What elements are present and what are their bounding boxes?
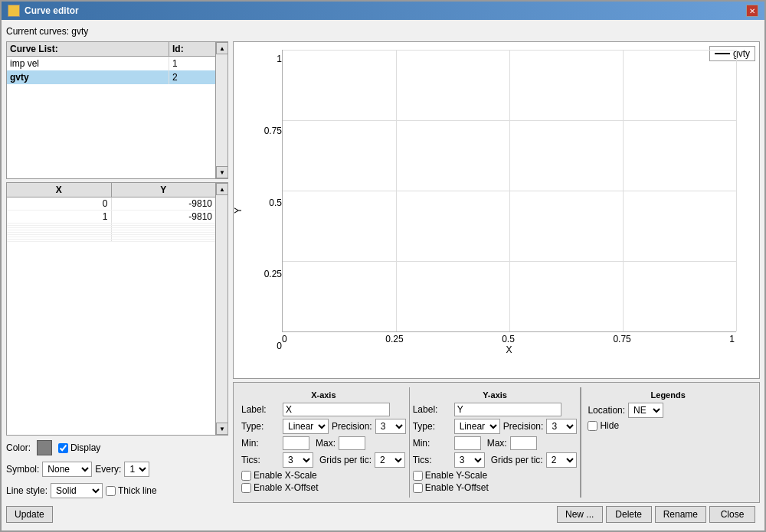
xaxis-tics-row: Tics: 2345 Grids per tic: 1234: [241, 452, 406, 468]
xaxis-tics-select[interactable]: 2345: [283, 452, 313, 468]
xaxis-section: X-axis Label: Type: LinearLog Precisio: [238, 387, 410, 498]
data-table-container: X Y 0 -9810 1 -9810: [6, 182, 228, 436]
curve-list-scroll-up[interactable]: ▲: [216, 42, 228, 54]
close-window-button[interactable]: ✕: [746, 5, 758, 17]
yaxis-enable-offset-row: Enable Y-Offset: [413, 482, 578, 493]
curve-id-gvty: 2: [169, 70, 215, 84]
xaxis-enable-scale-checkbox[interactable]: [241, 471, 251, 481]
thick-line-checkbox[interactable]: [106, 486, 116, 496]
chart-area: gvty Y 1 0.75 0.5 0.25 0: [233, 41, 760, 526]
yaxis-section: Y-axis Label: Type: LinearLog Precisio: [410, 387, 581, 498]
xaxis-grids-select[interactable]: 1234: [375, 452, 405, 468]
grid-v-100: [736, 50, 737, 331]
y-axis-labels: 1 0.75 0.5 0.25 0: [260, 50, 282, 355]
curve-row-gvty[interactable]: gvty 2: [7, 70, 215, 84]
close-button[interactable]: Close: [709, 506, 755, 523]
legends-title: Legends: [588, 390, 748, 400]
footer-buttons: New ... Delete Rename Close: [233, 503, 760, 526]
data-table-scroll-down[interactable]: ▼: [216, 423, 228, 435]
yaxis-enable-offset-checkbox[interactable]: [413, 483, 423, 493]
symbol-label: Symbol:: [6, 464, 39, 475]
yaxis-tics-select[interactable]: 2345: [454, 452, 485, 468]
data-table-scroll[interactable]: 0 -9810 1 -9810: [7, 197, 215, 435]
yaxis-precision-select[interactable]: 12345: [546, 419, 577, 434]
new-button[interactable]: New ...: [557, 506, 603, 523]
chart-body: 1 0.75 0.5 0.25 0: [234, 42, 759, 378]
bottom-panel: X-axis Label: Type: LinearLog Precisio: [233, 382, 760, 503]
curve-id-impvel: 1: [169, 57, 215, 70]
yaxis-tics-row: Tics: 2345 Grids per tic: 1234: [413, 452, 578, 468]
legends-location-label: Location:: [588, 405, 625, 416]
yaxis-enable-scale-label: Enable Y-Scale: [425, 470, 487, 481]
symbol-select[interactable]: None Circle Square: [42, 462, 92, 477]
yaxis-minmax-row: Min: Max:: [413, 436, 578, 450]
yaxis-grids-label: Grids per tic:: [491, 455, 543, 465]
delete-button[interactable]: Delete: [606, 506, 652, 523]
yaxis-min-input[interactable]: [454, 436, 481, 450]
legends-hide-row: Hide: [588, 420, 748, 431]
yaxis-label-row: Label:: [413, 403, 578, 416]
symbol-section: Symbol: None Circle Square Every: 1 2 5: [6, 460, 228, 478]
curve-row-impvel[interactable]: imp vel 1: [7, 57, 215, 70]
xaxis-type-label: Type:: [241, 421, 280, 432]
xaxis-enable-offset-row: Enable X-Offset: [241, 482, 406, 493]
axis-sections: X-axis Label: Type: LinearLog Precisio: [238, 387, 755, 498]
yaxis-grids-select[interactable]: 1234: [546, 452, 577, 468]
color-label: Color:: [6, 442, 31, 453]
yaxis-type-select[interactable]: LinearLog: [454, 419, 500, 434]
update-button[interactable]: Update: [6, 506, 53, 523]
xaxis-enable-scale-row: Enable X-Scale: [241, 470, 406, 481]
legends-location-select[interactable]: NENWSESW: [628, 403, 663, 418]
yaxis-max-input[interactable]: [510, 436, 537, 450]
xaxis-tics-label: Tics:: [241, 455, 280, 465]
xaxis-type-select[interactable]: LinearLog: [283, 419, 329, 434]
display-checkbox[interactable]: [58, 443, 68, 453]
yaxis-label-input[interactable]: [454, 403, 561, 416]
chart-plot-area: 0 0.25 0.5 0.75 1 X: [282, 50, 736, 355]
yaxis-title: Y-axis: [413, 390, 578, 400]
yaxis-enable-scale-checkbox[interactable]: [413, 471, 423, 481]
main-area: Curve List: Id: imp vel 1 gvty: [6, 41, 760, 526]
xaxis-min-input[interactable]: [283, 436, 309, 450]
data-x-1: 1: [7, 211, 112, 223]
every-select[interactable]: 1 2 5: [124, 462, 149, 477]
yaxis-max-label: Max:: [487, 438, 507, 449]
xaxis-label-input[interactable]: [283, 403, 390, 416]
xaxis-type-row: Type: LinearLog Precision: 12345: [241, 419, 406, 434]
current-curves-label: Current curves: gvty: [6, 24, 760, 38]
data-y-1: -9810: [112, 211, 216, 223]
color-section: Color: Display: [6, 439, 228, 457]
yaxis-min-label: Min:: [413, 438, 451, 449]
grid-v-50: [509, 50, 510, 331]
xaxis-precision-select[interactable]: 12345: [375, 419, 406, 434]
xaxis-minmax-row: Min: Max:: [241, 436, 406, 450]
legends-hide-checkbox[interactable]: [588, 421, 597, 431]
thick-line-label[interactable]: Thick line: [106, 485, 157, 496]
yaxis-type-row: Type: LinearLog Precision: 12345: [413, 419, 578, 434]
xaxis-enable-scale-label: Enable X-Scale: [254, 470, 317, 481]
data-table-scroll-up[interactable]: ▲: [216, 183, 228, 195]
title-bar-left: Curve editor: [8, 5, 79, 17]
legends-location-row: Location: NENWSESW: [588, 403, 748, 418]
data-col-x: X: [7, 183, 112, 197]
curve-list-scroll-down[interactable]: ▼: [216, 166, 228, 178]
yaxis-enable-offset-label: Enable Y-Offset: [425, 482, 489, 493]
xaxis-enable-offset-checkbox[interactable]: [241, 483, 251, 493]
data-table-scrollbar: ▲ ▼: [215, 183, 228, 435]
curve-list-scroll[interactable]: imp vel 1 gvty 2: [7, 57, 215, 178]
curve-list-col-name: Curve List:: [7, 42, 169, 56]
curve-list-container: Curve List: Id: imp vel 1 gvty: [6, 41, 228, 179]
color-picker[interactable]: [37, 440, 52, 455]
table-row: 1 -9810: [7, 211, 215, 224]
curve-list-col-id: Id:: [169, 42, 215, 56]
yaxis-label-label: Label:: [413, 404, 451, 415]
display-checkbox-label[interactable]: Display: [58, 442, 100, 453]
yaxis-enable-scale-row: Enable Y-Scale: [413, 470, 578, 481]
thick-line-text: Thick line: [118, 485, 157, 496]
line-style-select[interactable]: Solid Dashed Dotted: [51, 483, 103, 498]
xaxis-max-input[interactable]: [339, 436, 365, 450]
data-x-0: 0: [7, 197, 112, 210]
data-y-0: -9810: [112, 197, 216, 210]
yaxis-tics-label: Tics:: [413, 455, 451, 465]
rename-button[interactable]: Rename: [655, 506, 706, 523]
